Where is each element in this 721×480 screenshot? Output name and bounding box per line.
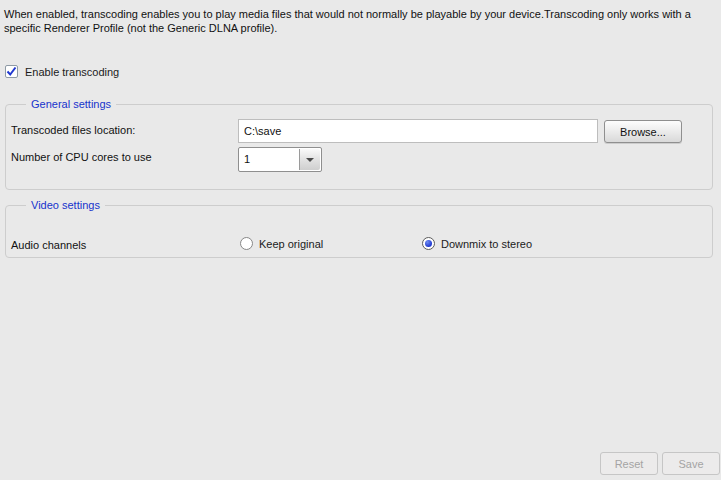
- radio-downmix-to-stereo[interactable]: Downmix to stereo: [422, 237, 532, 250]
- cpu-cores-dropdown-button[interactable]: [299, 149, 320, 170]
- keep-original-label: Keep original: [259, 238, 323, 250]
- checkmark-icon: [6, 66, 17, 77]
- save-button[interactable]: Save: [662, 452, 720, 475]
- video-settings-group: Video settings Audio channels Keep origi…: [5, 205, 713, 258]
- video-settings-title: Video settings: [26, 199, 105, 211]
- radio-dot: [425, 240, 432, 247]
- enable-transcoding-label: Enable transcoding: [25, 66, 119, 78]
- transcoded-files-location-input[interactable]: [238, 119, 598, 143]
- transcoding-description: When enabled, transcoding enables you to…: [4, 7, 706, 35]
- enable-transcoding-row[interactable]: Enable transcoding: [5, 65, 119, 78]
- enable-transcoding-checkbox[interactable]: [5, 65, 18, 78]
- transcoding-settings-panel: When enabled, transcoding enables you to…: [0, 0, 721, 480]
- audio-channels-label: Audio channels: [11, 239, 86, 251]
- chevron-down-icon: [306, 158, 314, 162]
- reset-button[interactable]: Reset: [600, 452, 658, 475]
- cpu-cores-label: Number of CPU cores to use: [11, 151, 152, 163]
- transcoded-files-location-label: Transcoded files location:: [11, 124, 135, 136]
- general-settings-group: General settings Transcoded files locati…: [5, 104, 713, 190]
- browse-button[interactable]: Browse...: [604, 120, 682, 143]
- cpu-cores-combobox[interactable]: 1: [238, 147, 322, 172]
- radio-unselected-icon: [240, 237, 253, 250]
- radio-selected-icon: [422, 237, 435, 250]
- general-settings-title: General settings: [26, 98, 116, 110]
- downmix-to-stereo-label: Downmix to stereo: [441, 238, 532, 250]
- cpu-cores-value: 1: [244, 153, 250, 165]
- radio-keep-original[interactable]: Keep original: [240, 237, 323, 250]
